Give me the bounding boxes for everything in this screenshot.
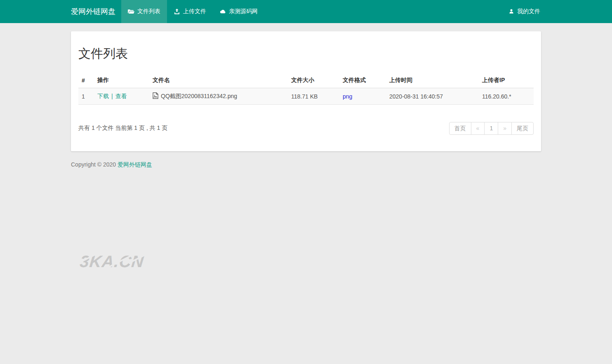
folder-open-icon (128, 8, 134, 15)
nav-item-label: 文件列表 (137, 8, 160, 15)
page-footer: Copyright © 2020 爱网外链网盘 (71, 161, 541, 169)
brand-title[interactable]: 爱网外链网盘 (71, 0, 121, 23)
pagination-page-1-button[interactable]: 1 (484, 122, 498, 135)
pagination: 首页 « 1 » 尾页 (449, 122, 534, 135)
pagination-first-button[interactable]: 首页 (449, 122, 471, 135)
header-file-name: 文件名 (149, 73, 288, 88)
nav-item-file-list[interactable]: 文件列表 (121, 0, 167, 23)
nav-item-upload[interactable]: 上传文件 (167, 0, 213, 23)
cloud-icon (219, 8, 226, 15)
header-actions: 操作 (94, 73, 149, 88)
header-upload-time: 上传时间 (386, 73, 479, 88)
top-navbar: 爱网外链网盘 文件列表 上传文件 亲测源码网 (0, 0, 612, 23)
header-file-size: 文件大小 (288, 73, 339, 88)
pagination-prev-button[interactable]: « (471, 122, 485, 135)
copyright-text: Copyright © 2020 (71, 161, 116, 168)
row-uploader-ip: 116.20.60.* (479, 88, 534, 105)
watermark-text: 3KA.CN (79, 252, 145, 270)
nav-item-label: 我的文件 (517, 8, 540, 15)
row-file-format: png (339, 88, 386, 105)
view-link[interactable]: 查看 (115, 93, 127, 99)
table-row: 1 下载|查看 QQ截图20200831162342.png 118.71 KB (78, 88, 534, 105)
footer-site-link[interactable]: 爱网外链网盘 (118, 161, 152, 168)
header-uploader-ip: 上传者IP (479, 73, 534, 88)
format-link[interactable]: png (343, 93, 352, 100)
action-separator: | (111, 93, 113, 99)
nav-item-label: 亲测源码网 (229, 8, 258, 15)
nav-item-my-files[interactable]: 我的文件 (508, 0, 541, 23)
nav-item-label: 上传文件 (183, 8, 206, 15)
row-index: 1 (78, 88, 94, 105)
pagination-next-button[interactable]: » (498, 122, 512, 135)
file-name-text: QQ截图20200831162342.png (161, 93, 237, 100)
user-icon (508, 9, 514, 14)
watermark-logo: 3KA.CN (79, 252, 145, 271)
main-nav: 文件列表 上传文件 亲测源码网 (121, 0, 264, 23)
page-title: 文件列表 (78, 45, 534, 62)
upload-icon (174, 8, 180, 15)
nav-item-source-site[interactable]: 亲测源码网 (213, 0, 264, 23)
table-header-row: # 操作 文件名 文件大小 文件格式 上传时间 上传者IP (78, 73, 534, 88)
header-file-format: 文件格式 (339, 73, 386, 88)
row-file-size: 118.71 KB (288, 88, 339, 105)
file-table: # 操作 文件名 文件大小 文件格式 上传时间 上传者IP 1 下载|查看 (78, 73, 534, 105)
file-count-summary: 共有 1 个文件 当前第 1 页 , 共 1 页 (78, 124, 167, 132)
file-list-card: 文件列表 # 操作 文件名 文件大小 文件格式 上传时间 上传者IP 1 下载|… (71, 31, 541, 151)
row-actions: 下载|查看 (94, 88, 149, 105)
row-file-name: QQ截图20200831162342.png (149, 88, 288, 105)
row-upload-time: 2020-08-31 16:40:57 (386, 88, 479, 105)
file-image-icon (153, 92, 158, 100)
download-link[interactable]: 下载 (97, 93, 109, 99)
pagination-last-button[interactable]: 尾页 (511, 122, 534, 135)
header-index: # (78, 73, 94, 88)
